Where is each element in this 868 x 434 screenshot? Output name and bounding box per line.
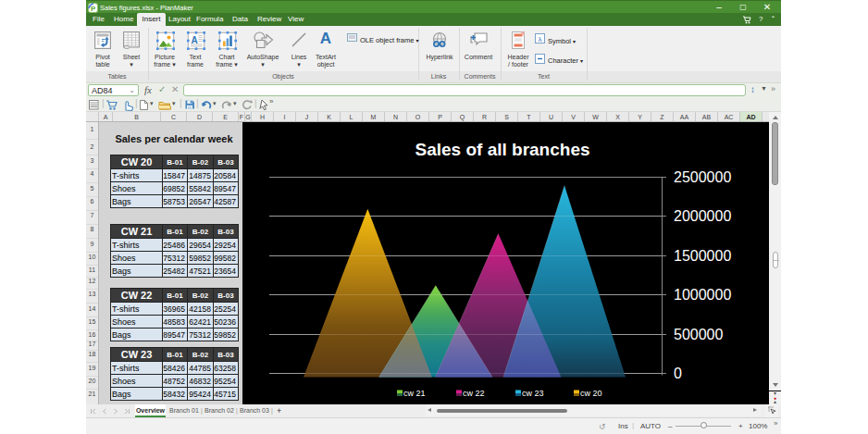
svg-text:1000000: 1000000 xyxy=(674,287,731,303)
svg-text:cw 20: cw 20 xyxy=(580,389,602,398)
svg-text:cw 23: cw 23 xyxy=(522,389,544,398)
svg-text:A: A xyxy=(191,35,197,45)
svg-text:cw 22: cw 22 xyxy=(463,389,485,398)
svg-text:P: P xyxy=(91,4,96,12)
svg-text:2500000: 2500000 xyxy=(674,169,731,185)
svg-text:2000000: 2000000 xyxy=(674,208,731,224)
svg-text:1500000: 1500000 xyxy=(674,248,731,264)
svg-text:500000: 500000 xyxy=(674,327,723,342)
svg-text:λ: λ xyxy=(539,35,542,43)
svg-text:Sales of all branches: Sales of all branches xyxy=(415,140,589,159)
svg-text:cw 21: cw 21 xyxy=(403,389,426,398)
svg-text:0: 0 xyxy=(674,366,682,381)
